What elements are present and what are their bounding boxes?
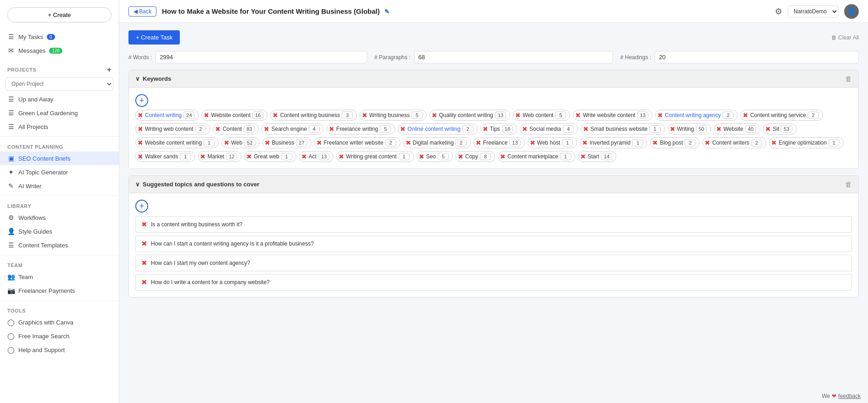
keyword-remove-icon[interactable]: ✖ (204, 112, 209, 118)
keyword-name[interactable]: Web content (523, 112, 553, 118)
keyword-remove-icon[interactable]: ✖ (138, 126, 143, 132)
keyword-remove-icon[interactable]: ✖ (273, 112, 278, 118)
sidebar-item-help-and-support[interactable]: ◯Help and Support (0, 343, 119, 357)
keyword-name[interactable]: Content writing service (750, 112, 806, 118)
keyword-name[interactable]: Business (272, 140, 295, 146)
keyword-remove-icon[interactable]: ✖ (500, 153, 506, 160)
keyword-name[interactable]: Freelance writing (336, 126, 378, 132)
keyword-name[interactable]: Start (588, 153, 599, 160)
keyword-remove-icon[interactable]: ✖ (301, 153, 307, 160)
keyword-remove-icon[interactable]: ✖ (483, 126, 488, 132)
keyword-remove-icon[interactable]: ✖ (458, 153, 463, 160)
keyword-remove-icon[interactable]: ✖ (670, 126, 675, 132)
keyword-name[interactable]: Write website content (583, 112, 635, 118)
sidebar-item-content-templates[interactable]: ☰Content Templates (0, 238, 119, 252)
headings-input[interactable] (655, 51, 859, 63)
sidebar-item-ai-writer[interactable]: ✎AI Writer (0, 179, 119, 193)
create-button[interactable]: + Create (7, 7, 111, 22)
keyword-remove-icon[interactable]: ✖ (317, 140, 322, 146)
sidebar-item-graphics-with-canva[interactable]: ◯Graphics with Canva (0, 315, 119, 329)
keyword-name[interactable]: Engine optimization (779, 140, 827, 146)
keyword-name[interactable]: Great web (254, 153, 279, 160)
keyword-remove-icon[interactable]: ✖ (265, 140, 270, 146)
keyword-remove-icon[interactable]: ✖ (339, 153, 344, 160)
keyword-name[interactable]: Website (723, 126, 743, 132)
add-keyword-button[interactable]: + (135, 94, 148, 107)
workspace-select[interactable]: NarratoDemo (788, 6, 839, 17)
keyword-remove-icon[interactable]: ✖ (743, 112, 748, 118)
keyword-remove-icon[interactable]: ✖ (657, 112, 663, 118)
topic-remove-icon[interactable]: ✖ (141, 220, 147, 229)
keyword-remove-icon[interactable]: ✖ (705, 140, 710, 146)
sidebar-item-team[interactable]: 👥Team (0, 270, 119, 284)
sidebar-item-project[interactable]: ☰Up and Away (0, 92, 119, 106)
clear-all-button[interactable]: 🗑 Clear All (831, 34, 859, 41)
keyword-remove-icon[interactable]: ✖ (224, 140, 229, 146)
keyword-remove-icon[interactable]: ✖ (406, 140, 411, 146)
keyword-name[interactable]: Website content (211, 112, 250, 118)
keyword-name[interactable]: Search engine (271, 126, 306, 132)
keyword-name[interactable]: Content writers (712, 140, 749, 146)
sidebar-item-seo-content-briefs[interactable]: ▣SEO Content Briefs (0, 151, 119, 165)
keyword-name[interactable]: Copy (465, 153, 478, 160)
sidebar-item-project[interactable]: ☰Green Leaf Gardening (0, 106, 119, 120)
topic-remove-icon[interactable]: ✖ (141, 240, 147, 248)
keyword-name[interactable]: Online content writing (407, 126, 460, 132)
add-topic-button[interactable]: + (135, 200, 148, 213)
user-avatar[interactable]: 👤 (844, 4, 859, 19)
keyword-remove-icon[interactable]: ✖ (515, 112, 521, 118)
keyword-remove-icon[interactable]: ✖ (419, 153, 424, 160)
settings-icon[interactable]: ⚙ (775, 6, 782, 17)
keyword-remove-icon[interactable]: ✖ (765, 126, 771, 132)
keyword-name[interactable]: Writing business (369, 112, 410, 118)
keyword-remove-icon[interactable]: ✖ (400, 126, 406, 132)
keyword-remove-icon[interactable]: ✖ (530, 140, 535, 146)
back-button[interactable]: ◀ Back (128, 6, 156, 17)
keyword-name[interactable]: Content (223, 126, 242, 132)
keyword-remove-icon[interactable]: ✖ (580, 153, 586, 160)
keyword-name[interactable]: Quality content writing (439, 112, 493, 118)
keyword-remove-icon[interactable]: ✖ (582, 140, 588, 146)
project-select[interactable]: Open Project (6, 78, 113, 90)
keyword-remove-icon[interactable]: ✖ (522, 126, 528, 132)
keyword-name[interactable]: Writing web content (145, 126, 193, 132)
keyword-name[interactable]: Content writing (145, 112, 182, 118)
keyword-name[interactable]: Freelance writer website (324, 140, 384, 146)
keyword-name[interactable]: Walker sands (145, 153, 178, 160)
sidebar-item-ai-topic-generator[interactable]: ✦AI Topic Generator (0, 165, 119, 179)
keyword-remove-icon[interactable]: ✖ (432, 112, 437, 118)
keyword-name[interactable]: Seo (426, 153, 436, 160)
feedback-link[interactable]: feedback (838, 393, 861, 399)
keyword-name[interactable]: Writing (677, 126, 694, 132)
topics-delete-button[interactable]: 🗑 (845, 180, 852, 188)
keyword-remove-icon[interactable]: ✖ (138, 140, 143, 146)
keyword-remove-icon[interactable]: ✖ (652, 140, 658, 146)
words-input[interactable] (156, 51, 367, 63)
sidebar-item-style-guides[interactable]: 👤Style Guides (0, 224, 119, 238)
keyword-name[interactable]: Sit (773, 126, 779, 132)
keyword-name[interactable]: Digital marketing (413, 140, 454, 146)
keyword-remove-icon[interactable]: ✖ (138, 153, 143, 160)
sidebar-item-workflows[interactable]: ⚙Workflows (0, 211, 119, 224)
sidebar-item-messages[interactable]: ✉ Messages 126 (0, 44, 119, 57)
keyword-name[interactable]: Web (231, 140, 242, 146)
keyword-remove-icon[interactable]: ✖ (575, 112, 581, 118)
keyword-name[interactable]: Act (309, 153, 317, 160)
keyword-remove-icon[interactable]: ✖ (716, 126, 722, 132)
sidebar-item-project[interactable]: ☰All Projects (0, 120, 119, 134)
keywords-delete-button[interactable]: 🗑 (845, 75, 852, 83)
edit-title-icon[interactable]: ✎ (384, 8, 389, 15)
keyword-remove-icon[interactable]: ✖ (200, 153, 206, 160)
keyword-remove-icon[interactable]: ✖ (362, 112, 367, 118)
keyword-name[interactable]: Content writing business (280, 112, 340, 118)
add-project-icon[interactable]: + (107, 66, 111, 74)
sidebar-item-my-tasks[interactable]: ☰ My Tasks 0 (0, 30, 119, 44)
keyword-name[interactable]: Writing great content (346, 153, 397, 160)
keyword-name[interactable]: Inverted pyramid (590, 140, 630, 146)
keyword-remove-icon[interactable]: ✖ (138, 112, 143, 118)
keyword-name[interactable]: Social media (529, 126, 561, 132)
sidebar-item-free-image-search[interactable]: ◯Free Image Search (0, 329, 119, 343)
keyword-name[interactable]: Content marketplace (507, 153, 558, 160)
create-task-button[interactable]: + Create Task (128, 30, 180, 45)
keyword-remove-icon[interactable]: ✖ (771, 140, 777, 146)
